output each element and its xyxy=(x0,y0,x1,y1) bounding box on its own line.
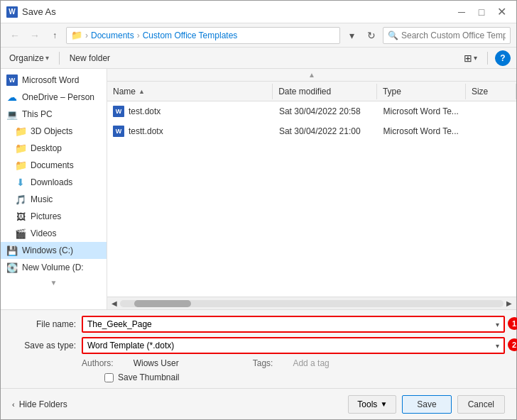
sidebar-item-desktop[interactable]: 📁 Desktop xyxy=(1,140,107,157)
breadcrumb-dropdown-button[interactable]: ▾ xyxy=(343,27,360,44)
tags-label: Tags: xyxy=(253,358,273,368)
tools-arrow-icon: ▼ xyxy=(380,400,387,408)
sidebar-item-microsoft-word[interactable]: W Microsoft Word xyxy=(1,72,107,89)
file-word-icon: W xyxy=(113,106,124,117)
toolbar-separator-2 xyxy=(487,52,488,65)
save-button[interactable]: Save xyxy=(402,395,451,414)
file-word-icon: W xyxy=(113,126,124,137)
cancel-button[interactable]: Cancel xyxy=(457,395,505,414)
sidebar-item-pictures[interactable]: 🖼 Pictures xyxy=(1,208,107,225)
savetype-select-container[interactable]: Word Template (*.dotx) ▾ xyxy=(82,337,505,354)
drive2-icon: 💽 xyxy=(6,262,18,273)
videos-icon: 🎬 xyxy=(15,228,26,239)
forward-button[interactable]: → xyxy=(26,27,43,44)
savetype-select-wrapper: Word Template (*.dotx) ▾ 2 xyxy=(82,337,505,354)
meta-row: Authors: Wiows User Tags: Add a tag xyxy=(82,358,505,368)
sidebar-item-onedrive[interactable]: ☁ OneDrive – Person xyxy=(1,89,107,106)
horizontal-scrollbar[interactable]: ◀ ▶ xyxy=(107,297,516,309)
save-form: File name: ▾ 1 Save as type: Word Templa… xyxy=(1,309,516,388)
step2-badge: 2 xyxy=(508,338,517,351)
search-input[interactable] xyxy=(401,31,506,40)
save-as-dialog: W Save As ─ □ ✕ ← → ↑ 📁 › Documents › Cu… xyxy=(0,0,517,420)
save-thumbnail-label: Save Thumbnail xyxy=(118,372,180,382)
savetype-row: Save as type: Word Template (*.dotx) ▾ 2 xyxy=(12,337,505,354)
tools-button[interactable]: Tools ▼ xyxy=(348,395,396,414)
hide-folders-button[interactable]: ‹ Hide Folders xyxy=(12,399,67,409)
word-icon: W xyxy=(6,74,18,86)
sidebar-scroll-down[interactable]: ▼ xyxy=(1,276,107,289)
minimize-button[interactable]: ─ xyxy=(452,5,471,19)
nav-bar: ← → ↑ 📁 › Documents › Custom Office Temp… xyxy=(1,23,516,48)
search-box: 🔍 xyxy=(383,27,511,44)
file-name-cell: W testt.dotx xyxy=(107,123,273,140)
main-content: W Microsoft Word ☁ OneDrive – Person 💻 T… xyxy=(1,69,516,309)
savetype-label: Save as type: xyxy=(12,341,76,350)
drive-icon: 💾 xyxy=(6,245,18,256)
folder-icon: 📁 xyxy=(15,143,26,154)
view-arrow-icon: ▾ xyxy=(474,54,477,62)
computer-icon: 💻 xyxy=(6,109,18,120)
sidebar-item-3d-objects[interactable]: 📁 3D Objects xyxy=(1,123,107,140)
sidebar-item-windows-c[interactable]: 💾 Windows (C:) xyxy=(1,242,107,259)
sidebar-item-downloads[interactable]: ⬇ Downloads xyxy=(1,174,107,191)
filename-input-container: ▾ xyxy=(82,316,505,333)
breadcrumb-documents[interactable]: Documents xyxy=(91,31,134,40)
back-button[interactable]: ← xyxy=(6,27,23,44)
authors-value[interactable]: Wiows User xyxy=(134,358,179,368)
new-folder-button[interactable]: New folder xyxy=(67,52,113,65)
breadcrumb-templates[interactable]: Custom Office Templates xyxy=(143,31,238,40)
sidebar-item-this-pc[interactable]: 💻 This PC xyxy=(1,106,107,123)
file-date-cell: Sat 30/04/2022 21:00 xyxy=(273,123,378,139)
folder-icon: 📁 xyxy=(15,160,26,171)
sidebar-item-new-volume[interactable]: 💽 New Volume (D: xyxy=(1,259,107,276)
footer: ‹ Hide Folders Tools ▼ Save Cancel xyxy=(1,388,516,419)
sidebar-item-music[interactable]: 🎵 Music xyxy=(1,191,107,208)
window-title: Save As xyxy=(22,6,56,17)
file-size-cell xyxy=(467,109,516,114)
file-type-cell: Microsoft Word Te... xyxy=(378,104,467,119)
file-list-header: Name ▲ Date modified Type Size xyxy=(107,82,516,101)
file-list-body: W test.dotx Sat 30/04/2022 20:58 Microso… xyxy=(107,101,516,297)
filename-label: File name: xyxy=(12,319,76,329)
filename-row: File name: ▾ 1 xyxy=(12,316,505,333)
view-button[interactable]: ⊞ ▾ xyxy=(461,51,480,65)
file-type-cell: Microsoft Word Te... xyxy=(378,123,467,139)
sidebar-item-documents[interactable]: 📁 Documents xyxy=(1,157,107,174)
scroll-left-arrow[interactable]: ◀ xyxy=(109,298,120,309)
savetype-dropdown-arrow[interactable]: ▾ xyxy=(496,342,499,350)
file-list-scroll-up[interactable]: ▲ xyxy=(107,69,516,82)
help-button[interactable]: ? xyxy=(495,50,511,66)
toolbar: Organize ▾ New folder ⊞ ▾ ? xyxy=(1,48,516,69)
scroll-right-arrow[interactable]: ▶ xyxy=(504,298,515,309)
file-date-cell: Sat 30/04/2022 20:58 xyxy=(273,104,378,119)
table-row[interactable]: W test.dotx Sat 30/04/2022 20:58 Microso… xyxy=(107,101,516,121)
filename-input[interactable] xyxy=(87,319,485,329)
scroll-thumb[interactable] xyxy=(134,300,191,307)
footer-buttons: Tools ▼ Save Cancel xyxy=(348,395,505,414)
toolbar-separator xyxy=(59,52,60,65)
save-thumbnail-row: Save Thumbnail xyxy=(104,372,505,382)
up-button[interactable]: ↑ xyxy=(46,27,63,44)
refresh-button[interactable]: ↻ xyxy=(363,27,380,44)
close-button[interactable]: ✕ xyxy=(492,5,511,19)
col-header-name[interactable]: Name ▲ xyxy=(107,84,273,99)
save-thumbnail-checkbox[interactable] xyxy=(104,373,114,382)
onedrive-icon: ☁ xyxy=(6,92,18,103)
table-row[interactable]: W testt.dotx Sat 30/04/2022 21:00 Micros… xyxy=(107,121,516,141)
col-header-size[interactable]: Size xyxy=(466,84,516,99)
sidebar: W Microsoft Word ☁ OneDrive – Person 💻 T… xyxy=(1,69,107,309)
breadcrumb: 📁 › Documents › Custom Office Templates xyxy=(66,27,340,44)
maximize-button[interactable]: □ xyxy=(472,5,491,19)
breadcrumb-folder-icon: 📁 xyxy=(71,30,82,40)
col-header-type[interactable]: Type xyxy=(377,84,466,99)
sidebar-item-videos[interactable]: 🎬 Videos xyxy=(1,225,107,242)
music-icon: 🎵 xyxy=(15,194,26,205)
organize-button[interactable]: Organize ▾ xyxy=(6,52,52,65)
filename-dropdown-arrow[interactable]: ▾ xyxy=(496,321,499,328)
chevron-left-icon: ‹ xyxy=(12,400,15,409)
pictures-icon: 🖼 xyxy=(15,211,26,222)
file-size-cell xyxy=(467,128,516,134)
organize-arrow-icon: ▾ xyxy=(45,54,49,62)
tags-add[interactable]: Add a tag xyxy=(293,358,329,368)
col-header-date[interactable]: Date modified xyxy=(273,84,377,99)
